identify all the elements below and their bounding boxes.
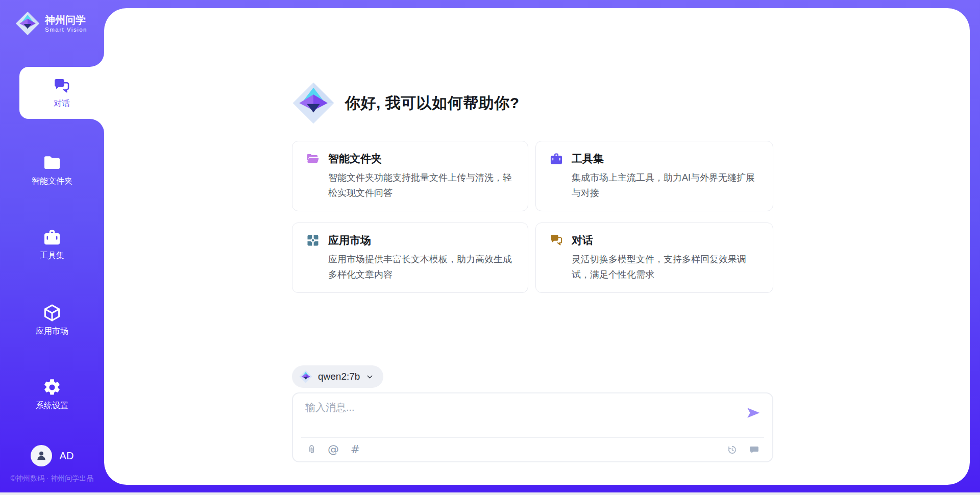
send-button[interactable] (745, 405, 762, 422)
brand-diamond-icon (292, 82, 335, 125)
chat-icon (549, 233, 564, 247)
card-title: 工具集 (572, 152, 604, 166)
sidebar-item-toolbox[interactable]: 工具集 (0, 228, 104, 261)
send-icon (746, 405, 761, 420)
toolbox-icon (42, 228, 62, 247)
active-tab-top-curve (90, 53, 104, 67)
card-description: 智能文件夹功能支持批量文件上传与清洗，轻松实现文件问答 (328, 170, 514, 201)
composer-tools-left: @ # (305, 443, 361, 456)
message-composer: @ # (292, 392, 773, 462)
card-title: 智能文件夹 (328, 152, 382, 166)
cube-icon (42, 303, 62, 323)
at-icon: @ (328, 444, 339, 455)
user-name: AD (60, 450, 74, 462)
sidebar-item-chat[interactable]: 对话 (19, 67, 104, 119)
sidebar-item-settings[interactable]: 系统设置 (0, 378, 104, 411)
sidebar-item-app-market[interactable]: 应用市场 (0, 303, 104, 337)
user-profile[interactable]: AD (0, 445, 104, 466)
sidebar-item-label: 应用市场 (36, 326, 68, 337)
card-description: 灵活切换多模型文件，支持多样回复效果调试，满足个性化需求 (572, 252, 760, 282)
brand-name: 神州问学 (45, 14, 87, 26)
gear-icon (42, 378, 62, 397)
window-bottom-edge (0, 492, 980, 495)
toolbox-icon (549, 152, 564, 166)
paperclip-icon (306, 444, 317, 455)
sidebar-footer-credit: ©神州数码 · 神州问学出品 (0, 474, 104, 483)
chat-icon (53, 77, 71, 95)
hash-icon: # (351, 444, 360, 455)
person-icon (35, 449, 48, 462)
brand-diamond-icon (15, 11, 40, 36)
card-title: 应用市场 (328, 233, 371, 247)
chevron-down-icon (365, 373, 374, 381)
message-input[interactable] (305, 401, 734, 432)
feature-cards: 智能文件夹 智能文件夹功能支持批量文件上传与清洗，轻松实现文件问答 工具集 集成… (292, 141, 773, 293)
card-toolbox[interactable]: 工具集 集成市场上主流工具，助力AI与外界无缝扩展与对接 (535, 141, 773, 211)
card-description: 集成市场上主流工具，助力AI与外界无缝扩展与对接 (572, 170, 760, 201)
topic-button[interactable]: # (349, 443, 361, 456)
history-icon (727, 444, 738, 455)
attach-file-button[interactable] (305, 443, 317, 456)
sidebar-item-label: 系统设置 (36, 401, 68, 411)
folder-icon (42, 153, 62, 172)
card-app-market[interactable]: 应用市场 应用市场提供丰富长文本模板，助力高效生成多样化文章内容 (292, 222, 528, 293)
model-selector[interactable]: qwen2:7b (292, 365, 383, 388)
card-title: 对话 (572, 233, 593, 247)
card-description: 应用市场提供丰富长文本模板，助力高效生成多样化文章内容 (328, 252, 514, 282)
active-tab-bottom-curve (90, 119, 104, 133)
card-smart-folder[interactable]: 智能文件夹 智能文件夹功能支持批量文件上传与清洗，轻松实现文件问答 (292, 141, 528, 211)
composer-tools-right (726, 443, 760, 456)
chat-bubble-icon (749, 444, 760, 455)
composer-divider (301, 437, 764, 438)
brand-diamond-icon (299, 370, 312, 383)
sidebar: 神州问学 Smart Vision 对话 智能文件夹 工具集 (0, 0, 104, 495)
greeting-title: 你好, 我可以如何帮助你? (345, 93, 520, 114)
brand-text: 神州问学 Smart Vision (45, 14, 87, 34)
sidebar-item-label: 智能文件夹 (32, 176, 72, 187)
mention-button[interactable]: @ (327, 443, 339, 456)
model-name: qwen2:7b (318, 371, 360, 382)
card-chat[interactable]: 对话 灵活切换多模型文件，支持多样回复效果调试，满足个性化需求 (535, 222, 773, 293)
app-logo: 神州问学 Smart Vision (15, 11, 87, 36)
sidebar-item-smart-folder[interactable]: 智能文件夹 (0, 153, 104, 187)
brand-subtitle: Smart Vision (45, 26, 87, 34)
sidebar-item-label: 工具集 (40, 251, 64, 261)
greeting-block: 你好, 我可以如何帮助你? (292, 82, 520, 125)
avatar (31, 445, 52, 466)
history-button[interactable] (726, 443, 738, 456)
sidebar-item-label: 对话 (54, 98, 70, 109)
new-chat-button[interactable] (748, 443, 760, 456)
grid-icon (306, 233, 320, 247)
folder-open-icon (306, 152, 320, 166)
